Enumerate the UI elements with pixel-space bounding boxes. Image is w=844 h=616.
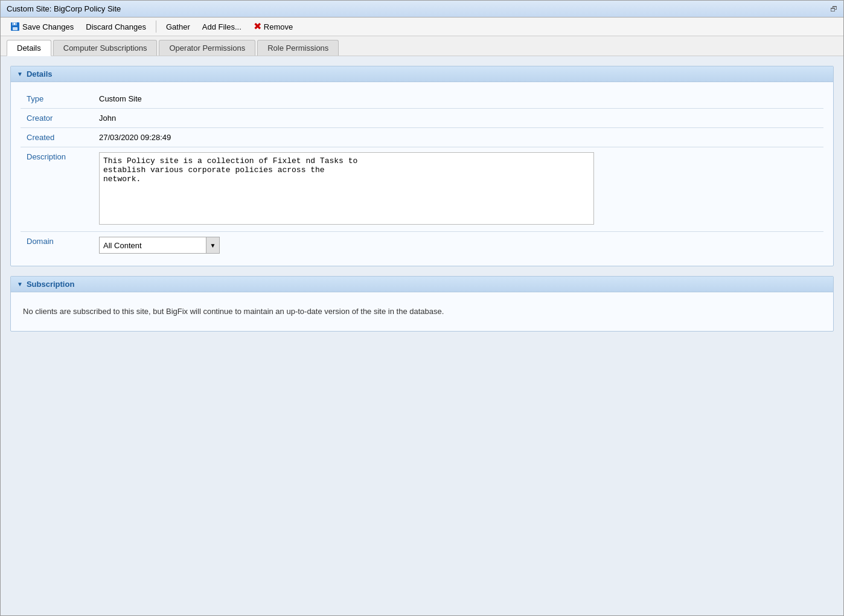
- subscription-panel-title: Subscription: [27, 280, 74, 289]
- tab-details[interactable]: Details: [7, 40, 51, 56]
- details-collapse-arrow[interactable]: ▼: [17, 71, 23, 77]
- domain-select-value: All Content: [100, 239, 206, 252]
- tab-role-permissions[interactable]: Role Permissions: [257, 40, 339, 56]
- type-value: Custom Site: [93, 89, 823, 109]
- save-changes-label: Save Changes: [22, 22, 74, 31]
- description-textarea[interactable]: This Policy site is a collection of Fixl…: [99, 152, 594, 225]
- created-row: Created 27/03/2020 09:28:49: [21, 128, 823, 147]
- add-files-label: Add Files...: [202, 22, 241, 31]
- toolbar: Save Changes Discard Changes Gather Add …: [1, 18, 843, 36]
- created-label: Created: [21, 128, 93, 147]
- main-window: Custom Site: BigCorp Policy Site 🗗 Save …: [0, 0, 844, 616]
- details-panel-title: Details: [27, 69, 53, 79]
- type-label: Type: [21, 89, 93, 109]
- details-table: Type Custom Site Creator John Created 27…: [21, 89, 823, 258]
- discard-changes-button[interactable]: Discard Changes: [81, 21, 151, 33]
- save-changes-button[interactable]: Save Changes: [5, 20, 78, 33]
- domain-row: Domain All Content ▼: [21, 232, 823, 259]
- subscription-panel-header: ▼ Subscription: [11, 277, 833, 292]
- remove-label: Remove: [264, 22, 293, 31]
- svg-rect-2: [13, 27, 18, 30]
- domain-value-cell: All Content ▼: [93, 232, 823, 259]
- window-title: Custom Site: BigCorp Policy Site: [7, 4, 121, 13]
- creator-value: John: [93, 109, 823, 128]
- main-content: ▼ Details Type Custom Site Creator John: [1, 56, 843, 615]
- description-row: Description This Policy site is a collec…: [21, 147, 823, 232]
- details-panel: ▼ Details Type Custom Site Creator John: [10, 66, 834, 266]
- title-bar: Custom Site: BigCorp Policy Site 🗗: [1, 1, 843, 18]
- details-panel-body: Type Custom Site Creator John Created 27…: [11, 82, 833, 266]
- created-value: 27/03/2020 09:28:49: [93, 128, 823, 147]
- tab-operator-permissions[interactable]: Operator Permissions: [159, 40, 255, 56]
- save-icon: [10, 22, 20, 31]
- subscription-panel-body: No clients are subscribed to this site, …: [11, 292, 833, 331]
- creator-label: Creator: [21, 109, 93, 128]
- domain-dropdown-arrow[interactable]: ▼: [206, 237, 219, 253]
- description-label: Description: [21, 147, 93, 232]
- domain-select-wrapper[interactable]: All Content ▼: [99, 237, 220, 254]
- subscription-text: No clients are subscribed to this site, …: [21, 300, 823, 324]
- restore-icon[interactable]: 🗗: [830, 5, 837, 13]
- details-panel-header: ▼ Details: [11, 66, 833, 82]
- type-row: Type Custom Site: [21, 89, 823, 109]
- tab-computer-subscriptions[interactable]: Computer Subscriptions: [53, 40, 158, 56]
- remove-button[interactable]: ✖ Remove: [249, 20, 298, 33]
- domain-label: Domain: [21, 232, 93, 259]
- gather-label: Gather: [166, 22, 190, 31]
- add-files-button[interactable]: Add Files...: [197, 21, 246, 33]
- creator-row: Creator John: [21, 109, 823, 128]
- description-value-cell: This Policy site is a collection of Fixl…: [93, 147, 823, 232]
- subscription-panel: ▼ Subscription No clients are subscribed…: [10, 276, 834, 332]
- discard-changes-label: Discard Changes: [86, 22, 146, 31]
- tabs-bar: Details Computer Subscriptions Operator …: [1, 36, 843, 56]
- gather-button[interactable]: Gather: [161, 21, 195, 33]
- remove-icon: ✖: [254, 22, 261, 31]
- toolbar-separator: [156, 21, 156, 33]
- svg-rect-3: [14, 23, 15, 25]
- subscription-collapse-arrow[interactable]: ▼: [17, 281, 23, 287]
